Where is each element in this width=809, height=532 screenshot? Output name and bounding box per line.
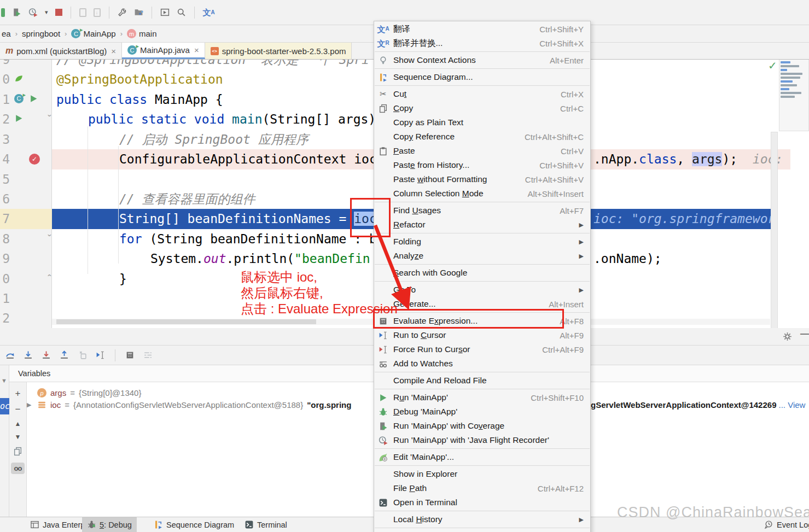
fold-marker[interactable]: ˇ xyxy=(45,229,54,249)
stepover-button[interactable] xyxy=(5,350,15,360)
forcestepin-button[interactable] xyxy=(42,350,51,360)
code-token: ConfigurableApplicationContext ioc xyxy=(119,152,377,166)
minus-button[interactable]: − xyxy=(15,405,21,414)
menu-item-show-in-explorer[interactable]: Show in Explorer xyxy=(374,467,590,481)
breadcrumb-item-main[interactable]: mmain xyxy=(127,29,157,38)
tab-close-icon[interactable]: × xyxy=(194,45,199,55)
menu-item-search-with-google[interactable]: Search with Google xyxy=(374,266,590,280)
menu-item-go-to[interactable]: Go To▶ xyxy=(374,283,590,297)
wrench-button[interactable] xyxy=(118,8,127,17)
down-button[interactable]: ▼ xyxy=(15,434,21,440)
menu-item-show-context-actions[interactable]: Show Context ActionsAlt+Enter xyxy=(374,53,590,67)
menu-item-copy[interactable]: CopyCtrl+C xyxy=(374,101,590,115)
run-gutter-icon[interactable] xyxy=(14,114,22,123)
menu-item-file-path[interactable]: File PathCtrl+Alt+F12 xyxy=(374,481,590,495)
profiler-button[interactable] xyxy=(28,8,38,17)
plus-button[interactable]: + xyxy=(15,389,21,398)
statusbar-event-log[interactable]: Event Log xyxy=(759,517,809,532)
hide-panel-icon[interactable]: — xyxy=(800,329,809,339)
dropframe-button[interactable] xyxy=(78,350,87,360)
view-link[interactable]: ... View xyxy=(778,400,805,410)
attach-debugger-button[interactable] xyxy=(79,8,86,17)
menu-item-run-mainapp[interactable]: Run 'MainApp'Ctrl+Shift+F10 xyxy=(374,390,590,405)
menu-item-copy-as-plain-text[interactable]: Copy as Plain Text xyxy=(374,115,590,130)
inspections-ok-icon[interactable]: ✓ xyxy=(768,59,777,72)
fold-marker[interactable]: ˆ xyxy=(45,269,54,289)
calc-button[interactable] xyxy=(125,350,135,360)
menu-item-local-history[interactable]: Local History▶ xyxy=(374,512,590,527)
tab-MainApp.java[interactable]: C▸MainApp.java× xyxy=(122,43,205,59)
dropdown-caret-button[interactable]: ▾ xyxy=(45,9,48,16)
menu-item-run-to-cursor[interactable]: Run to CursorAlt+F9 xyxy=(374,328,590,342)
menu-icon-spacer xyxy=(378,132,388,142)
run-sliver-button[interactable] xyxy=(1,8,5,17)
menu-item-run-mainapp-with-java-flight-recorder[interactable]: Run 'MainApp' with 'Java Flight Recorder… xyxy=(374,433,590,447)
breadcrumb-item-ea[interactable]: ea xyxy=(2,29,11,38)
menu-item-open-in-terminal[interactable]: Open in Terminal xyxy=(374,495,590,510)
menu-item-sequence-diagram[interactable]: Sequence Diagram... xyxy=(374,70,590,84)
run-anything-button[interactable] xyxy=(160,8,170,17)
seq-icon xyxy=(379,73,388,82)
breadcrumb-item-springboot[interactable]: springboot xyxy=(22,29,60,38)
stepout-button[interactable] xyxy=(60,350,69,360)
menu-item-翻译[interactable]: 文A翻译Ctrl+Shift+Y xyxy=(374,22,590,36)
tab-close-icon[interactable]: × xyxy=(111,46,116,56)
scrollbar-thumb[interactable] xyxy=(56,319,316,324)
menu-item-paste[interactable]: PasteCtrl+V xyxy=(374,144,590,158)
settings-gear-icon[interactable] xyxy=(783,332,792,341)
attach-memory-button[interactable]: ↓ xyxy=(94,8,101,17)
lines-button[interactable] xyxy=(143,350,153,360)
menu-item-run-mainapp-with-coverage[interactable]: Run 'MainApp' with Coverage xyxy=(374,419,590,433)
statusbar-button-sequence-diagram[interactable]: Sequence Diagram xyxy=(149,517,239,532)
term-icon xyxy=(245,520,254,529)
up-button[interactable]: ▲ xyxy=(15,420,21,427)
menu-item-refactor[interactable]: Refactor▶ xyxy=(374,218,590,232)
menu-item-cut[interactable]: ✂CutCtrl+X xyxy=(374,87,590,101)
menu-item-generate[interactable]: Generate...Alt+Insert xyxy=(374,297,590,311)
menu-item-copy-reference[interactable]: Copy ReferenceCtrl+Alt+Shift+C xyxy=(374,130,590,144)
menu-item-paste-from-history[interactable]: Paste from History...Ctrl+Shift+V xyxy=(374,158,590,172)
stop-button[interactable] xyxy=(55,9,62,16)
menu-item-add-to-watches[interactable]: Add to Watches xyxy=(374,356,590,371)
translate-button[interactable]: 文A xyxy=(203,8,215,16)
breakpoint-icon[interactable]: ✓ xyxy=(29,154,40,165)
tab-spring-boot-starter-web-2.5.3.pom[interactable]: <>spring-boot-starter-web-2.5.3.pom xyxy=(205,43,352,59)
runcursor-button[interactable] xyxy=(96,350,105,360)
menu-item-edit-mainapp[interactable]: Edit 'MainApp'... xyxy=(374,450,590,464)
spring-bean-icon[interactable] xyxy=(14,74,24,83)
frames-list-fragment[interactable]: oc xyxy=(0,398,9,414)
copy-value-button[interactable] xyxy=(13,447,22,456)
menu-item-analyze[interactable]: Analyze▶ xyxy=(374,249,590,263)
menu-item-翻译并替换[interactable]: 文R翻译并替换...Ctrl+Shift+X xyxy=(374,36,590,50)
menu-item-debug-mainapp[interactable]: Debug 'MainApp' xyxy=(374,405,590,419)
breadcrumb-item-MainApp[interactable]: C▸MainApp xyxy=(71,29,115,38)
search-button[interactable] xyxy=(177,8,186,17)
expander-icon[interactable]: ▶ xyxy=(27,401,33,408)
vertical-scrollbar[interactable] xyxy=(771,132,778,328)
menu-item-find-usages[interactable]: Find UsagesAlt+F7 xyxy=(374,203,590,218)
code-line: // 启动 SpringBoot 应用程序 xyxy=(119,130,309,149)
menu-icon-spacer xyxy=(378,251,388,261)
menu-item-compare-with-clipboard[interactable]: Compare with Clipboard xyxy=(374,529,590,532)
code-line: } xyxy=(119,269,127,289)
stepin-button[interactable] xyxy=(24,350,33,360)
coverage-button[interactable] xyxy=(12,8,21,17)
project-structure-button[interactable] xyxy=(134,8,143,17)
run-gutter-icon[interactable] xyxy=(29,94,37,103)
menu-item-column-selection-mode[interactable]: Column Selection ModeAlt+Shift+Insert xyxy=(374,186,590,201)
menu-item-folding[interactable]: Folding▶ xyxy=(374,235,590,249)
menu-separator xyxy=(375,465,590,466)
class-gutter-icon[interactable]: C▸ xyxy=(14,94,24,103)
menu-item-evaluate-expression[interactable]: Evaluate Expression...Alt+F8 xyxy=(374,314,590,328)
menu-item-paste-without-formatting[interactable]: Paste without FormattingCtrl+Alt+Shift+V xyxy=(374,172,590,186)
statusbar-button-terminal[interactable]: Terminal xyxy=(240,517,292,532)
code-token: ioc: "org.springframewor xyxy=(593,212,775,226)
toolbar-separator xyxy=(115,349,115,361)
menu-item-compile-and-reload-file[interactable]: Compile And Reload File xyxy=(374,373,590,388)
menu-item-force-run-to-cursor[interactable]: Force Run to CursorCtrl+Alt+F9 xyxy=(374,342,590,356)
fold-marker[interactable]: ˇ xyxy=(45,109,54,129)
tab-pom.xml-quickstartBlog-[interactable]: mpom.xml (quickstartBlog)× xyxy=(0,43,122,59)
statusbar-button-5-debug[interactable]: 5: Debug xyxy=(82,517,137,532)
oo-button[interactable]: oo xyxy=(11,463,25,474)
collapse-arrow-icon[interactable]: ▼ xyxy=(1,377,7,384)
